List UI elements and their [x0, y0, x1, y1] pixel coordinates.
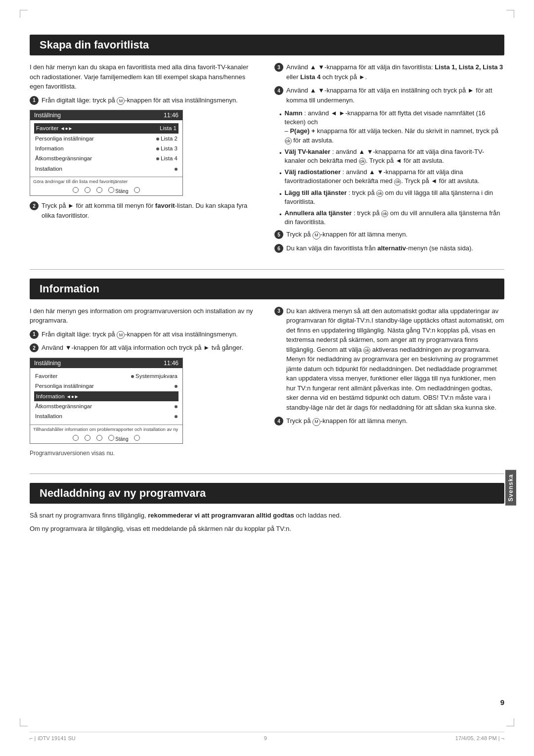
info-step1-number: 1 — [30, 330, 39, 339]
favoritlista-step3: 3 Använd ▲ ▼-knapparna för att välja din… — [274, 62, 504, 82]
row-value-favoriter: Lista 1 — [160, 124, 177, 133]
settings-screen-2: Inställning 11:46 Favoriter Systemmjukva… — [30, 358, 183, 444]
bullet-text-valj-tv: Välj TV-kanaler : använd ▲ ▼-knapparna f… — [285, 147, 504, 165]
bullet-text-namn: Namn : använd ◄ ►-knapparna för att flyt… — [285, 109, 504, 145]
info-step2: 2 Använd ▼-knappen för att välja informa… — [30, 343, 260, 353]
row-label-atkomst: Åtkomstbegränsningar — [35, 154, 92, 163]
btn2-1 — [73, 435, 79, 442]
footer-right-text: 17/4/05, 2:48 PM — [455, 735, 497, 741]
step3-number: 3 — [274, 63, 283, 72]
row2-label-installation: Installation — [35, 412, 62, 421]
bullet-dot-3: • — [279, 169, 282, 186]
step6-text: Du kan välja din favoritlista från alter… — [286, 243, 504, 253]
main-content: Skapa din favoritlista I den här menyn k… — [30, 35, 504, 534]
footer-bracket-right-icon: | ¬ — [498, 735, 504, 741]
step1-text: Från digitalt läge: tryck på M-knappen f… — [42, 95, 260, 105]
favoritlista-col-right: 3 Använd ▲ ▼-knapparna för att välja din… — [274, 62, 504, 257]
information-columns: I den här menyn ges information om progr… — [30, 306, 504, 462]
settings2-row-personliga: Personliga inställningar — [34, 381, 178, 391]
footer-buttons-1: Stäng — [30, 186, 182, 195]
settings-footer-2: Tillhandahåller information om problemra… — [30, 425, 182, 433]
section-title-information: Information — [40, 283, 99, 295]
corner-mark-bl — [20, 718, 28, 726]
section-nedladdning: Nedladdning av ny programvara Så snart n… — [30, 483, 504, 534]
settings2-row-installation: Installation — [34, 411, 178, 421]
settings2-row-atkomst: Åtkomstbegränsningar — [34, 401, 178, 411]
favoritlista-step2: 2 Tryck på ► för att komma till menyn fö… — [30, 201, 260, 220]
information-intro: I den här menyn ges information om progr… — [30, 306, 260, 326]
corner-mark-br — [506, 718, 514, 726]
step3-text: Använd ▲ ▼-knapparna för att välja din f… — [286, 62, 504, 82]
step2-text: Tryck på ► för att komma till menyn för … — [42, 201, 260, 220]
favoritlista-step1: 1 Från digitalt läge: tryck på M-knappen… — [30, 95, 260, 105]
section-divider-1 — [30, 269, 504, 270]
favoritlista-step6: 6 Du kan välja din favoritlista från alt… — [274, 243, 504, 253]
step5-number: 5 — [274, 230, 283, 239]
info-right-step3-text: Du kan aktivera menyn så att den automat… — [286, 306, 504, 413]
footer-bracket-icon: ⌐ | — [30, 735, 36, 741]
footer-text-2: Tillhandahåller information om problemra… — [33, 426, 178, 432]
bullet-text-radio: Välj radiostationer : använd ▲ ▼-knappar… — [285, 168, 504, 186]
bullet-list-favoritlista: • Namn : använd ◄ ►-knapparna för att fl… — [279, 109, 504, 227]
btn2-3 — [96, 435, 102, 442]
corner-mark-tl — [20, 10, 28, 18]
settings-titlebar-1: Inställning 11:46 — [30, 110, 182, 120]
info-step1: 1 Från digitalt läge: tryck på M-knappen… — [30, 330, 260, 339]
row2-label-information: Information ◄●► — [36, 392, 79, 401]
nedladdning-text2: Om ny programvara är tillgänglig, visas … — [30, 524, 504, 534]
section-favoritlista: Skapa din favoritlista I den här menyn k… — [30, 35, 504, 257]
row2-value-personliga — [175, 381, 178, 390]
page: Svenska Skapa din favoritlista I den här… — [0, 0, 534, 756]
corner-mark-tr — [506, 10, 514, 18]
settings-title-1: Inställning — [34, 112, 61, 119]
btn2-5 — [134, 435, 140, 442]
settings-screen-1: Inställning 11:46 Favoriter ◄●► Lista 1 … — [30, 110, 183, 196]
step6-number: 6 — [274, 244, 283, 253]
settings-footer-1: Göra ändringar till din lista med favori… — [30, 177, 182, 186]
row-value-information-1: Lista 3 — [156, 144, 178, 153]
bullet-dot-1: • — [279, 110, 282, 145]
btn2-4: Stäng — [108, 435, 129, 442]
section-header-nedladdning: Nedladdning av ny programvara — [30, 483, 504, 504]
row-value-personliga: Lista 2 — [156, 134, 178, 143]
section-header-favoritlista: Skapa din favoritlista — [30, 35, 504, 55]
info-step2-text: Använd ▼-knappen för att välja informati… — [42, 343, 260, 353]
settings2-row-favoriter: Favoriter Systemmjukvara — [34, 371, 178, 381]
footer-left-text: iDTV 19141 SU — [38, 735, 75, 741]
bullet-valj-tv: • Välj TV-kanaler : använd ▲ ▼-knapparna… — [279, 147, 504, 165]
row-label-information-1: Information — [35, 144, 64, 153]
page-number: 9 — [500, 698, 504, 707]
step2-number: 2 — [30, 201, 39, 210]
btn3 — [96, 187, 102, 194]
row2-label-atkomst: Åtkomstbegränsningar — [35, 402, 92, 411]
info-step2-number: 2 — [30, 343, 39, 352]
btn2 — [85, 187, 90, 194]
row-value-installation — [175, 164, 178, 173]
settings-row-atkomst: Åtkomstbegränsningar Lista 4 — [34, 153, 178, 163]
section-title-nedladdning: Nedladdning av ny programvara — [40, 487, 206, 499]
bullet-dot-5: • — [279, 210, 282, 227]
section-header-information: Information — [30, 279, 504, 299]
section-title-favoritlista: Skapa din favoritlista — [40, 39, 149, 51]
footer-buttons-2: Stäng — [30, 433, 182, 443]
svenska-label: Svenska — [505, 470, 516, 506]
row2-label-favoriter: Favoriter — [35, 372, 57, 380]
bullet-dot-4: • — [279, 190, 282, 206]
page-footer: ⌐ | iDTV 19141 SU 9 17/4/05, 2:48 PM | ¬ — [30, 732, 504, 741]
settings-titlebar-2: Inställning 11:46 — [30, 358, 182, 368]
bullet-radio: • Välj radiostationer : använd ▲ ▼-knapp… — [279, 168, 504, 186]
info-right-step4-text: Tryck på M-knappen för att lämna menyn. — [286, 416, 504, 426]
information-col-right: 3 Du kan aktivera menyn så att den autom… — [274, 306, 504, 462]
information-col-left: I den här menyn ges information om progr… — [30, 306, 260, 462]
bullet-annullera: • Annullera alla tjänster : tryck på ok … — [279, 209, 504, 227]
row2-value-atkomst — [175, 402, 178, 411]
favoritlista-step5: 5 Tryck på M-knappen för att lämna menyn… — [274, 230, 504, 239]
row-label-personliga: Personliga inställningar — [35, 134, 94, 143]
info-right-step4: 4 Tryck på M-knappen för att lämna menyn… — [274, 416, 504, 426]
row-label-favoriter: Favoriter ◄●► — [36, 124, 73, 133]
section-divider-2 — [30, 473, 504, 474]
favoritlista-col-left: I den här menyn kan du skapa en favoritl… — [30, 62, 260, 257]
row2-value-installation — [175, 412, 178, 421]
row2-label-personliga: Personliga inställningar — [35, 381, 94, 390]
settings-title-2: Inställning — [34, 360, 61, 367]
